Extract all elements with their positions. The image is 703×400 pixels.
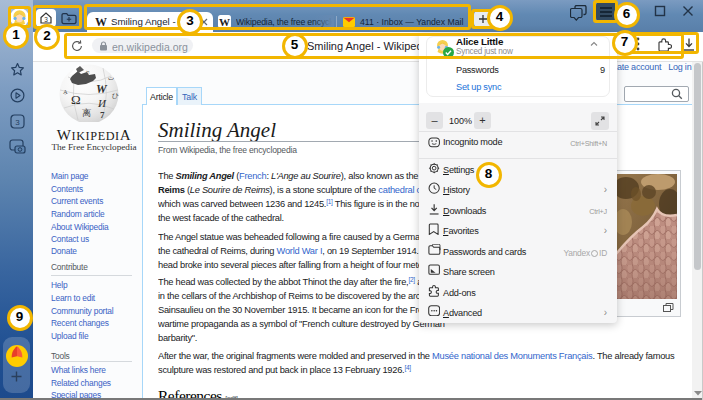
- svg-text:ח: ח: [86, 69, 90, 75]
- svg-text:ひ: ひ: [112, 92, 119, 100]
- svg-text:Ạ: Ạ: [63, 88, 68, 95]
- svg-text:W: W: [96, 82, 108, 96]
- svg-text:3: 3: [15, 118, 20, 127]
- svg-text:7: 7: [100, 110, 105, 120]
- svg-text:离: 离: [82, 108, 91, 118]
- svg-text:ت: ت: [108, 74, 114, 81]
- svg-text:И: И: [97, 97, 107, 109]
- svg-text:Ω: Ω: [71, 92, 81, 107]
